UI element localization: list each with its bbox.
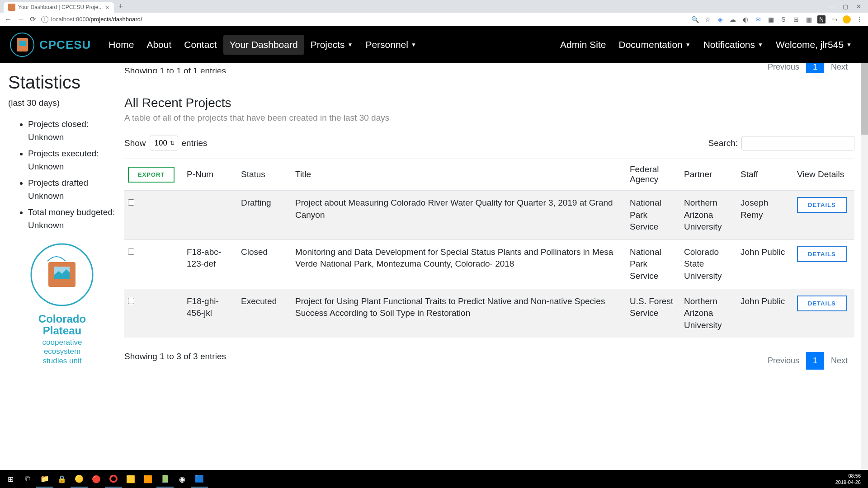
sidebar-logo: Colorado Plateau cooperative ecosystem s… [8, 243, 116, 366]
row-checkbox[interactable] [128, 199, 134, 206]
nav-contact[interactable]: Contact [178, 35, 223, 55]
star-icon[interactable]: ☆ [703, 15, 712, 23]
cell-staff: John Public [737, 239, 793, 289]
cell-staff: John Public [737, 289, 793, 338]
table-row: F18-abc-123-def Closed Monitoring and Da… [124, 239, 854, 289]
ext-icon-9[interactable]: N [817, 15, 826, 23]
row-checkbox[interactable] [128, 249, 134, 255]
ext-icon-2[interactable]: ☁ [729, 15, 737, 23]
ext-icon-8[interactable]: ▥ [805, 15, 813, 23]
nav-admin[interactable]: Admin Site [554, 35, 613, 55]
caret-down-icon: ▼ [758, 42, 763, 48]
url-text: localhost:8000/projects/dashboard/ [51, 16, 142, 23]
stat-item: Projects drafted Unknown [28, 177, 116, 202]
favicon-icon [8, 4, 15, 11]
tab-close-icon[interactable]: × [105, 4, 109, 11]
prev-button[interactable]: Previous [761, 352, 806, 370]
ext-icon-3[interactable]: ◐ [741, 15, 750, 23]
sidebar-title: Statistics [8, 72, 116, 93]
nav-about[interactable]: About [140, 35, 178, 55]
entries-select[interactable]: 100 [150, 136, 178, 150]
caret-down-icon: ▼ [846, 42, 852, 48]
ext-icon-6[interactable]: S [779, 15, 788, 23]
cell-partner: Northern Arizona University [680, 289, 737, 338]
stats-list: Projects closed: Unknown Projects execut… [8, 118, 116, 232]
cell-agency: National Park Service [626, 190, 680, 239]
ext-icon-7[interactable]: ⊞ [792, 15, 800, 23]
page-1-button[interactable]: 1 [806, 63, 824, 73]
url-field[interactable]: i localhost:8000/projects/dashboard/ [41, 16, 685, 23]
ext-icon-1[interactable]: ◈ [716, 15, 724, 23]
cell-status: Closed [237, 239, 292, 289]
ext-icon-4[interactable]: ✉ [754, 15, 762, 23]
show-label: Show [124, 138, 146, 148]
logo-text-2: Plateau [8, 325, 116, 337]
cell-title: Monitoring and Data Development for Spec… [292, 239, 626, 289]
brand-logo[interactable]: CPCESU [10, 33, 91, 57]
scrollbar[interactable] [861, 26, 868, 470]
forward-icon[interactable]: → [17, 15, 24, 23]
cell-pnum: F18-abc-123-def [183, 239, 237, 289]
nav-projects[interactable]: Projects▼ [304, 35, 359, 55]
cell-pnum [183, 190, 237, 239]
minimize-icon[interactable]: — [829, 3, 835, 10]
row-checkbox[interactable] [128, 298, 134, 304]
export-button[interactable]: EXPORT [128, 167, 175, 183]
page-1-button[interactable]: 1 [806, 352, 824, 370]
nav-links-right: Admin Site Documentation▼ Notifications▼… [554, 35, 858, 55]
nav-home[interactable]: Home [102, 35, 140, 55]
prev-button[interactable]: Previous [761, 63, 806, 73]
cell-agency: U.S. Forest Service [626, 289, 680, 338]
info-icon[interactable]: i [41, 16, 48, 23]
col-title[interactable]: Title [292, 159, 626, 191]
col-partner[interactable]: Partner [680, 159, 737, 191]
nav-documentation[interactable]: Documentation▼ [613, 35, 697, 55]
top-pagination-cutoff: Showing 1 to 1 of 1 entries Previous 1 N… [124, 63, 854, 73]
maximize-icon[interactable]: ▢ [843, 3, 848, 10]
back-icon[interactable]: ← [5, 15, 12, 23]
cell-partner: Northern Arizona University [680, 190, 737, 239]
browser-tab-bar: Your Dashboard | CPCESU Proje... × + — ▢… [0, 0, 868, 13]
caret-down-icon: ▼ [348, 42, 353, 48]
nav-welcome[interactable]: Welcome, jlr545▼ [769, 35, 858, 55]
profile-icon[interactable] [843, 15, 851, 23]
content-area: Statistics (last 30 days) Projects close… [0, 63, 868, 379]
ext-icon-5[interactable]: ▦ [767, 15, 775, 23]
nav-links-left: Home About Contact Your Dashboard Projec… [102, 35, 423, 55]
details-button[interactable]: DETAILS [797, 197, 847, 213]
sidebar-subtitle: (last 30 days) [8, 98, 116, 108]
reload-icon[interactable]: ⟳ [30, 15, 36, 23]
top-pagination: Previous 1 Next [761, 63, 854, 73]
nav-notifications[interactable]: Notifications▼ [697, 35, 769, 55]
details-button[interactable]: DETAILS [797, 246, 847, 262]
logo-text-5: studies unit [8, 357, 116, 366]
next-button[interactable]: Next [824, 352, 854, 370]
main-content: Showing 1 to 1 of 1 entries Previous 1 N… [124, 63, 868, 379]
col-details[interactable]: View Details [793, 159, 854, 191]
details-button[interactable]: DETAILS [797, 296, 847, 311]
nav-personnel[interactable]: Personnel▼ [359, 35, 422, 55]
extension-icons: 🔍 ☆ ◈ ☁ ◐ ✉ ▦ S ⊞ ▥ N ▭ ⋮ [691, 15, 863, 23]
zoom-icon[interactable]: 🔍 [691, 15, 699, 23]
cast-icon[interactable]: ▭ [830, 15, 838, 23]
caret-down-icon: ▼ [685, 42, 691, 48]
col-status[interactable]: Status [237, 159, 292, 191]
col-agency[interactable]: Federal Agency [626, 159, 680, 191]
menu-icon[interactable]: ⋮ [855, 15, 863, 23]
entries-label: entries [182, 138, 208, 148]
projects-table: EXPORT P-Num Status Title Federal Agency… [124, 159, 854, 338]
browser-tab[interactable]: Your Dashboard | CPCESU Proje... × [4, 2, 114, 13]
showing-text: Showing 1 to 3 of 3 entries [124, 352, 226, 361]
svg-rect-2 [19, 41, 26, 46]
col-pnum[interactable]: P-Num [183, 159, 237, 191]
nav-dashboard[interactable]: Your Dashboard [223, 35, 304, 55]
top-showing-text: Showing 1 to 1 of 1 entries [124, 66, 226, 73]
logo-icon [10, 33, 35, 57]
search-input[interactable] [741, 136, 854, 150]
col-staff[interactable]: Staff [737, 159, 793, 191]
close-icon[interactable]: ✕ [856, 3, 861, 10]
next-button[interactable]: Next [824, 63, 854, 73]
stat-item: Projects closed: Unknown [28, 118, 116, 144]
new-tab-button[interactable]: + [114, 2, 128, 11]
table-footer: Showing 1 to 3 of 3 entries Previous 1 N… [124, 347, 854, 365]
